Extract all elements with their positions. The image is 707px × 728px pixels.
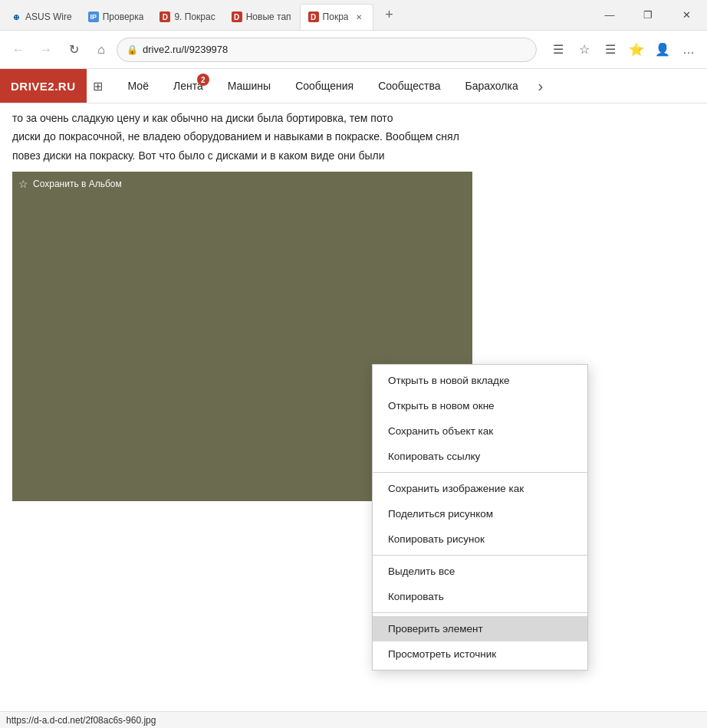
site-nav-mashiny[interactable]: Машины — [217, 69, 281, 103]
save-to-album-button[interactable]: ☆ Сохранить в Альбом — [18, 178, 122, 190]
favorites-icon[interactable]: ⭐ — [624, 38, 649, 62]
ctx-item-open-new-tab[interactable]: Открыть в новой вкладке — [373, 368, 587, 393]
article-line-3: повез диски на покраску. Вот что было с … — [12, 147, 695, 164]
browser-tab-tab5[interactable]: DПокра✕ — [300, 4, 374, 30]
status-bar: https://d-a.d-cd.net/2f08ac6s-960.jpg — [0, 711, 707, 728]
context-menu: Открыть в новой вкладкеОткрыть в новом о… — [372, 364, 588, 671]
tab-label-tab5: Покра — [323, 11, 349, 22]
tab-close-tab5[interactable]: ✕ — [353, 11, 365, 23]
reader-view-icon[interactable]: ☰ — [546, 38, 571, 62]
ctx-item-share-image[interactable]: Поделиться рисунком — [373, 501, 587, 526]
browser-frame: ⊕ASUS WireIPПроверкаD9. ПокрасDНовые тап… — [0, 0, 707, 728]
ctx-item-open-new-window[interactable]: Открыть в новом окне — [373, 393, 587, 418]
site-nav-soobscheniya[interactable]: Сообщения — [284, 69, 364, 103]
tab-favicon-tab3: D — [159, 11, 170, 22]
minimize-button[interactable]: — — [592, 0, 627, 31]
profile-icon[interactable]: 👤 — [650, 38, 675, 62]
hub-icon[interactable]: ☰ — [598, 38, 623, 62]
site-nav-lenta[interactable]: Лента2 — [163, 69, 214, 103]
ctx-item-copy-link[interactable]: Копировать ссылку — [373, 444, 587, 469]
tab-label-tab2: Проверка — [103, 11, 144, 22]
save-to-album-label: Сохранить в Альбом — [33, 179, 122, 189]
browser-tab-tab1[interactable]: ⊕ASUS Wire — [3, 4, 80, 30]
site-navbar: DRIVE2.RU ⊞ МоёЛента2МашиныСообщенияСооб… — [0, 69, 707, 103]
back-button[interactable]: ← — [6, 38, 31, 62]
lock-icon: 🔒 — [127, 44, 138, 55]
ctx-item-select-all[interactable]: Выделить все — [373, 559, 587, 584]
ctx-separator — [373, 472, 587, 473]
site-nav-items: МоёЛента2МашиныСообщенияСообществаБарахо… — [117, 69, 529, 103]
close-button[interactable]: ✕ — [669, 0, 704, 31]
page-content: то за очень сладкую цену и как обычно на… — [0, 103, 707, 711]
article-line-2: диски до покрасочной, не владею оборудов… — [12, 128, 695, 145]
tab-favicon-tab4: D — [232, 11, 242, 22]
tab-favicon-tab1: ⊕ — [11, 11, 21, 22]
ctx-item-save-object-as[interactable]: Сохранить объект как — [373, 418, 587, 444]
ctx-separator — [373, 612, 587, 613]
ctx-item-copy-image[interactable]: Копировать рисунок — [373, 526, 587, 552]
bookmark-icon[interactable]: ☆ — [572, 38, 597, 62]
window-controls: — ❐ ✕ — [592, 0, 704, 31]
refresh-button[interactable]: ↻ — [61, 38, 86, 62]
notification-badge-lenta: 2 — [197, 74, 209, 86]
site-icon-button[interactable]: ⊞ — [87, 69, 110, 103]
site-nav-soobshchestva[interactable]: Сообщества — [367, 69, 451, 103]
site-nav-moe[interactable]: Моё — [117, 69, 159, 103]
ctx-item-save-image-as[interactable]: Сохранить изображение как — [373, 476, 587, 501]
site-nav-more[interactable]: › — [529, 69, 552, 103]
address-bar: ← → ↻ ⌂ 🔒 drive2.ru/l/9239978 ☰ ☆ ☰ ⭐ 👤 … — [0, 31, 707, 69]
url-bar[interactable]: 🔒 drive2.ru/l/9239978 — [117, 38, 537, 62]
restore-button[interactable]: ❐ — [630, 0, 666, 31]
star-icon: ☆ — [18, 178, 28, 190]
article-text: то за очень сладкую цену и как обычно на… — [12, 110, 695, 164]
url-text: drive2.ru/l/9239978 — [143, 44, 527, 55]
browser-tab-tab3[interactable]: D9. Покрас — [152, 4, 222, 30]
more-button[interactable]: … — [676, 38, 701, 62]
site-logo[interactable]: DRIVE2.RU — [0, 69, 87, 103]
tab-label-tab3: 9. Покрас — [174, 11, 215, 22]
tab-label-tab4: Новые тап — [246, 11, 291, 22]
ctx-item-view-source[interactable]: Просмотреть источник — [373, 641, 587, 667]
home-button[interactable]: ⌂ — [89, 38, 113, 62]
address-icons: ☰ ☆ ☰ ⭐ 👤 … — [546, 38, 701, 62]
new-tab-button[interactable]: + — [378, 5, 400, 26]
site-nav-baraholka[interactable]: Барахолка — [454, 69, 528, 103]
title-bar: ⊕ASUS WireIPПроверкаD9. ПокрасDНовые тап… — [0, 0, 707, 31]
ctx-separator — [373, 555, 587, 556]
tab-favicon-tab5: D — [308, 11, 319, 22]
ctx-item-copy[interactable]: Копировать — [373, 584, 587, 609]
forward-button[interactable]: → — [34, 38, 58, 62]
tab-label-tab1: ASUS Wire — [25, 11, 72, 22]
status-url: https://d-a.d-cd.net/2f08ac6s-960.jpg — [6, 715, 156, 726]
article-line-1: то за очень сладкую цену и как обычно на… — [12, 110, 695, 126]
tab-favicon-tab2: IP — [88, 11, 99, 22]
browser-tab-tab2[interactable]: IPПроверка — [81, 4, 152, 30]
ctx-item-inspect-element[interactable]: Проверить элемент — [373, 616, 587, 641]
browser-tab-tab4[interactable]: DНовые тап — [224, 4, 299, 30]
